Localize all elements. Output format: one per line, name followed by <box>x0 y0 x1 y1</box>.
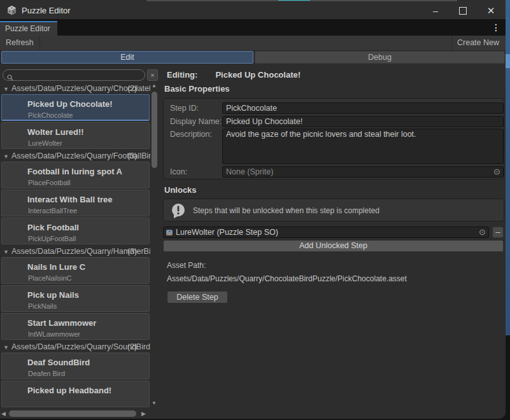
tab-puzzle-editor[interactable]: Puzzle Editor <box>0 21 57 36</box>
scroll-left-icon[interactable]: ◀ <box>1 410 6 417</box>
scroll-right-icon[interactable]: ▶ <box>141 410 146 417</box>
minimize-button[interactable]: – <box>426 5 445 17</box>
tree-item-title: Picked Up Chocolate! <box>2 95 149 109</box>
tree-horizontal-scrollbar[interactable]: ◀ ▶ <box>0 410 148 418</box>
tree-item-id: InteractBallTree <box>2 204 149 214</box>
tree-item-id: PickUpFootBall <box>2 232 149 242</box>
window-title: Puzzle Editor <box>22 6 71 15</box>
remove-unlocked-step-button[interactable]: – <box>492 227 504 238</box>
search-icon <box>7 72 13 83</box>
description-label: Description: <box>170 130 212 139</box>
tree-item[interactable]: Pick FootballPickUpFootBall <box>1 218 150 244</box>
toolbar: Refresh Create New <box>0 36 506 51</box>
tree-item-title: Pick up Nails <box>2 286 149 300</box>
tree-section-header[interactable]: ▼Assets/Data/Puzzles/Quarry/Chocolatel(2… <box>0 83 150 94</box>
asset-tree: ▼Assets/Data/Puzzles/Quarry/Chocolatel(2… <box>0 83 150 407</box>
close-button[interactable]: ✕ <box>481 5 500 17</box>
tree-section-count: (2) <box>127 83 137 94</box>
asset-path-value: Assets/Data/Puzzles/Quarry/ChocolateBird… <box>167 274 407 283</box>
display-name-field[interactable]: Picked Up Chocolate! <box>222 116 504 127</box>
editing-label: Editing: <box>167 70 197 80</box>
tree-section-header[interactable]: ▼Assets/Data/Puzzles/Quarry/FootballBir(… <box>0 150 150 162</box>
scriptable-object-icon <box>166 228 174 239</box>
foldout-icon[interactable]: ▼ <box>0 249 11 255</box>
foldout-icon[interactable]: ▼ <box>0 153 11 160</box>
unlocked-step-entry: LureWolter (Puzzle Step SO) <box>176 227 278 237</box>
tree-item-id: IntWLawnmower <box>2 328 149 338</box>
unlocks-help-text: Steps that will be unlocked when this st… <box>193 206 379 215</box>
tree-item-id: PickNails <box>2 300 149 310</box>
vertical-scroll-thumb[interactable] <box>152 92 157 168</box>
tab-edit[interactable]: Edit <box>1 51 253 64</box>
tree-item-title: Wolter Lured!! <box>2 123 149 137</box>
tree-section-header[interactable]: ▼Assets/Data/Puzzles/Quarry/SoundBird(2) <box>0 341 150 353</box>
tree-item[interactable]: Football in luring spot APlaceFootball <box>1 162 150 188</box>
tree-item-title: Picked up Headband! <box>2 381 149 395</box>
tree-vertical-scrollbar[interactable]: ▲ ▼ <box>150 83 159 407</box>
icon-field[interactable]: None (Sprite) ⊙ <box>222 166 504 178</box>
step-id-label: Step ID: <box>170 104 199 113</box>
tree-item[interactable]: Wolter Lured!!LureWolter <box>1 122 150 149</box>
tree-item[interactable]: Nails In Lure CPlaceNailsinC <box>1 257 150 284</box>
desktop-edge-strip <box>506 0 510 335</box>
tree-section-header[interactable]: ▼Assets/Data/Puzzles/Quarry/HammerBi(3) <box>0 246 150 257</box>
maximize-icon <box>459 7 467 15</box>
tab-debug[interactable]: Debug <box>255 51 505 64</box>
title-bar[interactable]: Puzzle Editor – ✕ <box>0 1 506 19</box>
tree-item-id: PickChocolate <box>2 109 149 119</box>
unlocked-step-object-field[interactable]: LureWolter (Puzzle Step SO) ⊙ <box>163 227 489 238</box>
info-bubble-icon <box>170 202 187 221</box>
foldout-icon[interactable]: ▼ <box>0 344 11 351</box>
search-input[interactable] <box>3 69 145 81</box>
basic-properties-group: Step ID: PickChocolate Display Name: Pic… <box>163 98 504 179</box>
tab-strip: Puzzle Editor ⋮ <box>0 19 506 36</box>
tree-section-count: (3) <box>127 246 137 257</box>
tree-item-id: Deafen Bird <box>2 367 149 377</box>
tree-item-id: LureWolter <box>2 137 149 147</box>
scroll-up-icon[interactable]: ▲ <box>152 83 157 88</box>
tree-item-id: PlaceFootball <box>2 176 149 186</box>
scroll-down-icon[interactable]: ▼ <box>152 400 157 406</box>
editing-header: Editing:Picked Up Chocolate! <box>167 70 301 80</box>
search-clear-button[interactable]: × <box>147 69 158 81</box>
horizontal-scroll-thumb[interactable] <box>9 410 136 417</box>
mode-tabs: Edit Debug <box>0 51 506 64</box>
basic-properties-title: Basic Properties <box>164 84 230 94</box>
icon-field-value: None (Sprite) <box>226 167 273 176</box>
maximize-button[interactable] <box>453 5 472 17</box>
tree-item-id <box>2 395 149 398</box>
display-name-label: Display Name: <box>170 117 222 126</box>
object-picker-icon[interactable]: ⊙ <box>493 167 500 177</box>
tree-item-title: Nails In Lure C <box>2 258 149 272</box>
unlocks-help-box: Steps that will be unlocked when this st… <box>163 199 504 221</box>
unlocks-title: Unlocks <box>164 185 197 195</box>
description-field[interactable]: Avoid the gaze of the picnic lovers and … <box>222 129 504 164</box>
tree-item-title: Start Lawnmower <box>2 314 149 328</box>
delete-step-button[interactable]: Delete Step <box>167 291 228 304</box>
tree-item[interactable]: Start LawnmowerIntWLawnmower <box>1 313 150 340</box>
object-picker-icon[interactable]: ⊙ <box>479 227 486 237</box>
tree-item-title: Pick Football <box>2 218 149 232</box>
tree-item[interactable]: Deaf SoundBirdDeafen Bird <box>1 353 150 379</box>
tree-item-id: PlaceNailsinC <box>2 272 149 282</box>
create-new-button[interactable]: Create New <box>451 36 504 50</box>
app-cube-icon <box>6 5 17 16</box>
tree-item[interactable]: Picked Up Chocolate!PickChocolate <box>1 94 150 121</box>
tree-item[interactable]: Interact With Ball treeInteractBallTree <box>1 190 150 216</box>
tree-section-count: (3) <box>127 150 137 162</box>
desktop-edge-highlight <box>506 54 510 68</box>
puzzle-editor-window: Puzzle Editor – ✕ Puzzle Editor ⋮ Refres… <box>0 0 506 419</box>
icon-label: Icon: <box>170 167 187 176</box>
tree-item-title: Football in luring spot A <box>2 162 149 176</box>
foldout-icon[interactable]: ▼ <box>0 86 11 92</box>
tree-section-count: (2) <box>127 341 137 353</box>
desktop-top-accent <box>278 0 310 1</box>
kebab-menu-icon[interactable]: ⋮ <box>492 22 500 32</box>
step-id-field[interactable]: PickChocolate <box>222 102 504 114</box>
tree-item[interactable]: Picked up Headband! <box>1 381 150 407</box>
refresh-button[interactable]: Refresh <box>0 36 40 50</box>
tree-item-title: Deaf SoundBird <box>2 353 149 367</box>
asset-path-label: Asset Path: <box>167 261 206 270</box>
tree-item[interactable]: Pick up NailsPickNails <box>1 285 150 312</box>
add-unlocked-step-button[interactable]: Add Unlocked Step <box>163 240 504 252</box>
